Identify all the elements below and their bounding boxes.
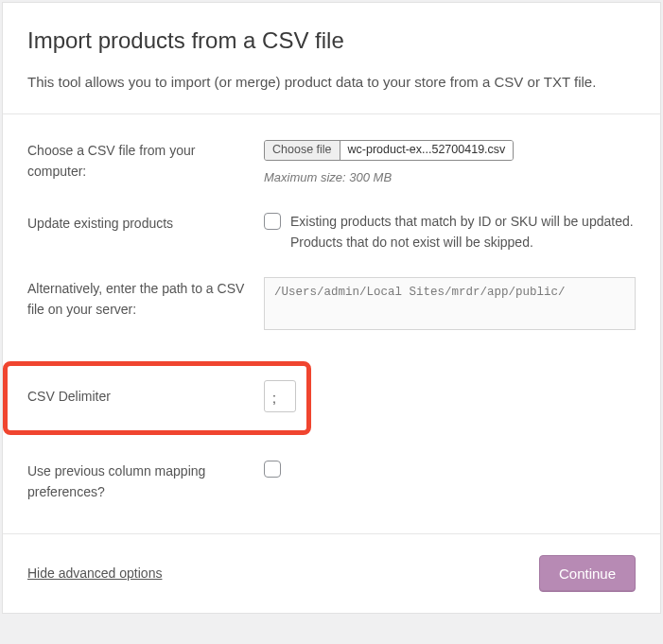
chosen-filename: wc-product-ex...52700419.csv [340, 140, 514, 161]
page-title: Import products from a CSV file [27, 27, 636, 54]
update-existing-checkbox[interactable] [264, 213, 281, 230]
server-path-input[interactable] [264, 277, 636, 330]
row-csv-delimiter: CSV Delimiter [14, 361, 636, 439]
import-panel: Import products from a CSV file This too… [2, 2, 661, 614]
server-path-label: Alternatively, enter the path to a CSV f… [27, 277, 264, 320]
previous-mapping-label: Use previous column mapping preferences? [27, 460, 264, 502]
panel-header: Import products from a CSV file This too… [3, 3, 660, 113]
page-description: This tool allows you to import (or merge… [27, 71, 636, 93]
row-previous-mapping: Use previous column mapping preferences? [27, 460, 636, 502]
toggle-advanced-link[interactable]: Hide advanced options [27, 566, 162, 581]
row-update-existing: Update existing products Existing produc… [27, 212, 636, 252]
choose-file-button[interactable]: Choose file [265, 140, 340, 161]
csv-delimiter-label: CSV Delimiter [27, 380, 264, 408]
csv-delimiter-input[interactable] [264, 380, 296, 412]
row-server-path: Alternatively, enter the path to a CSV f… [27, 277, 636, 337]
previous-mapping-checkbox[interactable] [264, 461, 281, 478]
panel-footer: Hide advanced options Continue [3, 533, 660, 613]
update-existing-label: Update existing products [27, 212, 264, 235]
choose-file-label: Choose a CSV file from your computer: [27, 139, 264, 182]
form-area: Choose a CSV file from your computer: Ch… [3, 113, 660, 532]
file-picker[interactable]: Choose file wc-product-ex...52700419.csv [264, 140, 514, 161]
update-existing-description: Existing products that match by ID or SK… [290, 212, 636, 252]
max-size-hint: Maximum size: 300 MB [264, 168, 636, 187]
row-choose-file: Choose a CSV file from your computer: Ch… [27, 139, 636, 187]
continue-button[interactable]: Continue [539, 555, 636, 592]
